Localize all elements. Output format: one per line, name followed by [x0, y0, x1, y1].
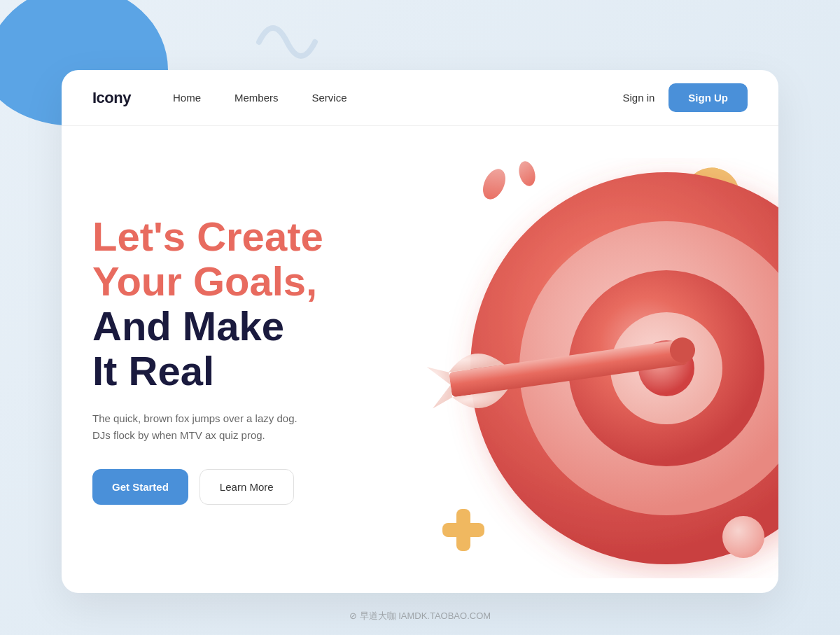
hero-text: Let's Create Your Goals, And Make It Rea… — [92, 214, 323, 504]
hero-subtitle-line1: The quick, brown fox jumps over a lazy d… — [92, 412, 298, 424]
deco-cross — [442, 509, 484, 551]
hero-title-line3: And Make — [92, 304, 323, 349]
hero-title-line1: Let's Create — [92, 214, 323, 259]
sign-in-button[interactable]: Sign in — [622, 92, 654, 104]
nav-members[interactable]: Members — [234, 92, 279, 104]
hero-title-line4: It Real — [92, 349, 323, 393]
hero-buttons: Get Started Learn More — [92, 469, 323, 505]
logo: Icony — [92, 89, 131, 107]
hero-section: Let's Create Your Goals, And Make It Rea… — [62, 126, 778, 593]
watermark: ⊘ 早道大咖 IAMDK.TAOBAO.COM — [349, 610, 491, 622]
hero-title-line2: Your Goals, — [92, 259, 323, 304]
navbar: Icony Home Members Service Sign in Sign … — [62, 70, 778, 126]
hero-subtitle: The quick, brown fox jumps over a lazy d… — [92, 410, 323, 444]
hero-subtitle-line2: DJs flock by when MTV ax quiz prog. — [92, 429, 265, 441]
get-started-button[interactable]: Get Started — [92, 469, 188, 505]
deco-sphere — [722, 516, 764, 558]
main-card: Icony Home Members Service Sign in Sign … — [62, 70, 778, 593]
learn-more-button[interactable]: Learn More — [200, 469, 294, 505]
nav-actions: Sign in Sign Up — [622, 83, 748, 112]
nav-links: Home Members Service — [173, 92, 622, 104]
nav-home[interactable]: Home — [173, 92, 201, 104]
nav-service[interactable]: Service — [312, 92, 347, 104]
target-illustration — [288, 126, 778, 593]
sign-up-button[interactable]: Sign Up — [668, 83, 748, 112]
